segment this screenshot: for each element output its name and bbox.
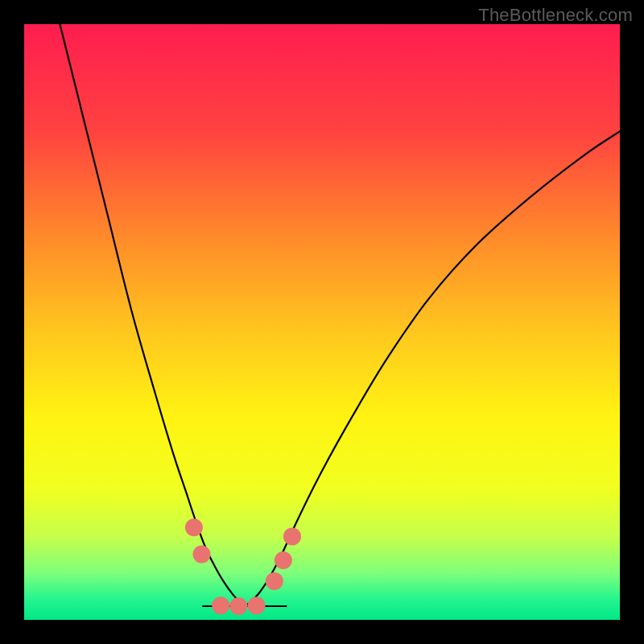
valley-marker [248,597,266,614]
valley-marker [283,527,301,545]
valley-marker [193,546,211,564]
valley-marker [185,518,203,536]
valley-marker [275,551,292,569]
watermark-label: TheBottleneck.com [478,5,633,26]
valley-marker [266,572,283,590]
chart-area [24,24,620,620]
gradient-background [24,24,620,620]
valley-marker [212,597,229,614]
chart-svg [24,24,620,620]
valley-marker [229,597,247,615]
